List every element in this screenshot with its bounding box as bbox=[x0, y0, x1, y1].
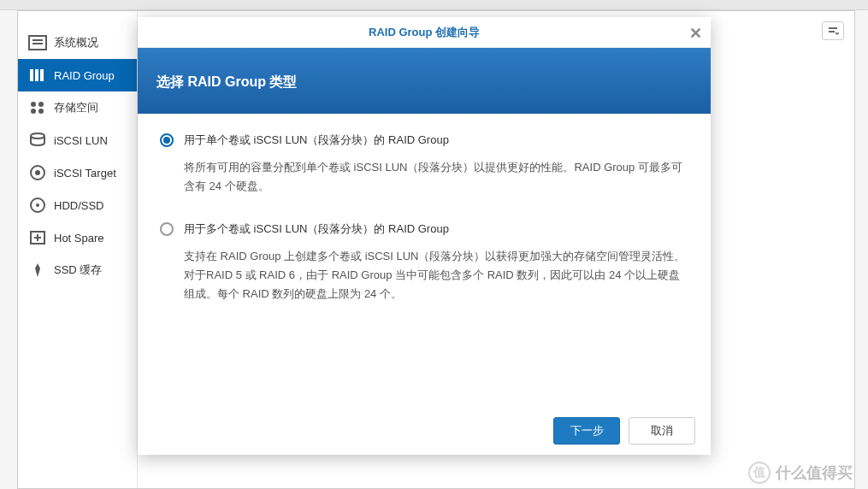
svg-point-9 bbox=[38, 109, 44, 114]
iscsi-lun-icon bbox=[27, 131, 49, 150]
wizard-modal: RAID Group 创建向导 ✕ 选择 RAID Group 类型 用于单个卷… bbox=[138, 17, 711, 455]
sidebar-item-label: 系统概况 bbox=[54, 35, 98, 50]
option-single[interactable]: 用于单个卷或 iSCSI LUN（段落分块）的 RAID Group bbox=[160, 133, 688, 148]
iscsi-target-icon bbox=[27, 163, 49, 182]
watermark-text: 什么值得买 bbox=[776, 462, 853, 483]
sidebar-item-label: Hot Spare bbox=[54, 232, 104, 244]
sidebar-item-iscsi-lun[interactable]: iSCSI LUN bbox=[18, 124, 137, 156]
radio-single-desc: 将所有可用的容量分配到单个卷或 iSCSI LUN（段落分块）以提供更好的性能。… bbox=[184, 158, 688, 196]
sidebar-item-hdd-ssd[interactable]: HDD/SSD bbox=[18, 189, 137, 221]
svg-point-10 bbox=[31, 133, 44, 138]
banner-heading: 选择 RAID Group 类型 bbox=[156, 74, 297, 89]
modal-banner: 选择 RAID Group 类型 bbox=[138, 48, 711, 114]
next-button[interactable]: 下一步 bbox=[553, 417, 620, 445]
svg-point-12 bbox=[35, 170, 40, 175]
sidebar-item-label: iSCSI LUN bbox=[54, 134, 108, 147]
modal-title-bar: RAID Group 创建向导 ✕ bbox=[138, 17, 711, 48]
sidebar-item-label: iSCSI Target bbox=[54, 167, 116, 180]
volume-icon bbox=[27, 98, 49, 117]
svg-rect-5 bbox=[40, 69, 44, 81]
hot-spare-icon bbox=[27, 228, 49, 247]
sidebar-item-label: SSD 缓存 bbox=[54, 262, 102, 278]
sidebar-item-overview[interactable]: 系统概况 bbox=[18, 27, 137, 59]
sidebar-item-label: RAID Group bbox=[54, 69, 115, 82]
svg-marker-18 bbox=[35, 263, 40, 277]
sidebar: 系统概况 RAID Group 存储空间 iSCSI LUN iSCSI Tar… bbox=[18, 11, 138, 488]
radio-multi-desc: 支持在 RAID Group 上创建多个卷或 iSCSI LUN（段落分块）以获… bbox=[184, 247, 688, 303]
svg-point-8 bbox=[31, 109, 36, 114]
sidebar-item-raid-group[interactable]: RAID Group bbox=[18, 59, 137, 91]
radio-single-label: 用于单个卷或 iSCSI LUN（段落分块）的 RAID Group bbox=[184, 133, 449, 148]
sidebar-item-ssd-cache[interactable]: SSD 缓存 bbox=[18, 254, 137, 286]
sidebar-item-hot-spare[interactable]: Hot Spare bbox=[18, 221, 137, 254]
svg-rect-4 bbox=[35, 69, 38, 81]
sidebar-item-label: HDD/SSD bbox=[54, 199, 104, 212]
modal-footer: 下一步 取消 bbox=[138, 407, 711, 455]
svg-rect-3 bbox=[30, 69, 33, 81]
radio-single[interactable] bbox=[160, 133, 174, 147]
radio-multi-label: 用于多个卷或 iSCSI LUN（段落分块）的 RAID Group bbox=[184, 221, 449, 237]
modal-title: RAID Group 创建向导 bbox=[369, 25, 480, 40]
watermark: 值 什么值得买 bbox=[748, 462, 853, 484]
hdd-ssd-icon bbox=[27, 196, 49, 215]
svg-point-14 bbox=[36, 203, 39, 207]
watermark-logo-icon: 值 bbox=[748, 462, 771, 484]
raid-group-icon bbox=[27, 66, 49, 85]
cancel-button[interactable]: 取消 bbox=[629, 417, 695, 445]
window-titlebar bbox=[0, 0, 868, 10]
ssd-cache-icon bbox=[27, 261, 49, 280]
sidebar-item-label: 存储空间 bbox=[54, 100, 98, 115]
svg-point-6 bbox=[31, 102, 36, 107]
sort-button[interactable] bbox=[822, 21, 844, 40]
sidebar-item-volume[interactable]: 存储空间 bbox=[18, 91, 137, 124]
option-multi[interactable]: 用于多个卷或 iSCSI LUN（段落分块）的 RAID Group bbox=[160, 221, 688, 237]
svg-point-7 bbox=[38, 102, 44, 107]
overview-icon bbox=[27, 33, 49, 52]
modal-body: 用于单个卷或 iSCSI LUN（段落分块）的 RAID Group 将所有可用… bbox=[138, 114, 711, 407]
close-icon[interactable]: ✕ bbox=[689, 24, 702, 43]
radio-multi[interactable] bbox=[160, 222, 174, 236]
sidebar-item-iscsi-target[interactable]: iSCSI Target bbox=[18, 156, 137, 189]
